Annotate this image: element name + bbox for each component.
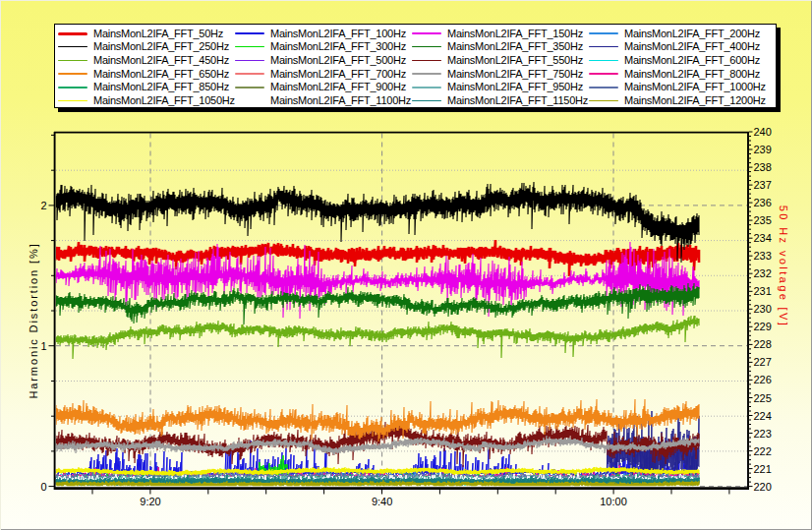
svg-text:222: 222 xyxy=(754,445,772,457)
svg-text:233: 233 xyxy=(754,250,772,262)
svg-text:232: 232 xyxy=(754,267,772,279)
svg-text:234: 234 xyxy=(754,232,772,244)
svg-text:237: 237 xyxy=(754,179,772,191)
svg-text:226: 226 xyxy=(754,374,772,385)
svg-text:10:00: 10:00 xyxy=(600,496,627,507)
svg-text:236: 236 xyxy=(754,197,772,208)
svg-text:224: 224 xyxy=(754,410,772,422)
svg-text:9:20: 9:20 xyxy=(140,496,160,507)
svg-text:220: 220 xyxy=(754,481,772,493)
svg-text:221: 221 xyxy=(754,463,772,475)
svg-text:229: 229 xyxy=(754,321,772,332)
svg-text:240: 240 xyxy=(754,126,772,138)
svg-text:0: 0 xyxy=(40,481,46,493)
svg-text:223: 223 xyxy=(754,428,772,440)
svg-text:2: 2 xyxy=(40,200,46,211)
svg-text:227: 227 xyxy=(754,356,772,368)
svg-text:239: 239 xyxy=(754,144,772,155)
svg-text:Harmonic Distortion [%]: Harmonic Distortion [%] xyxy=(28,242,39,398)
svg-text:231: 231 xyxy=(754,285,772,297)
svg-text:50 Hz voltage [V]: 50 Hz voltage [V] xyxy=(778,206,789,328)
svg-text:238: 238 xyxy=(754,161,772,173)
svg-text:225: 225 xyxy=(754,392,772,404)
svg-text:230: 230 xyxy=(754,303,772,315)
svg-text:9:40: 9:40 xyxy=(372,496,392,507)
svg-text:1: 1 xyxy=(40,340,46,352)
svg-text:228: 228 xyxy=(754,338,772,350)
svg-text:235: 235 xyxy=(754,214,772,226)
